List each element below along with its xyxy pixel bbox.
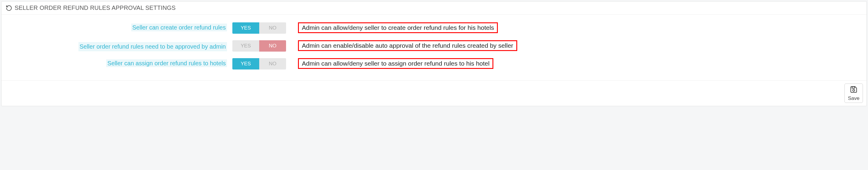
label-text: Seller can assign order refund rules to … [106,59,227,67]
panel-body: Seller can create order refund rules YES… [1,14,867,80]
toggle-no[interactable]: NO [259,22,286,34]
save-button-label: Save [848,96,860,101]
toggle-no[interactable]: NO [259,40,286,52]
toggle-yes[interactable]: YES [232,40,259,52]
setting-row-approval: Seller order refund rules need to be app… [6,40,862,52]
setting-label: Seller order refund rules need to be app… [6,40,232,51]
toggle-yes[interactable]: YES [232,22,259,34]
panel-footer: Save [1,80,867,106]
label-text: Seller order refund rules need to be app… [79,42,227,51]
help-text: Admin can allow/deny seller to create or… [298,22,498,33]
undo-icon [6,5,12,11]
toggle-approval[interactable]: YES NO [232,40,286,52]
help-text: Admin can enable/disable auto approval o… [298,40,517,51]
label-text: Seller can create order refund rules [131,24,227,31]
svg-rect-0 [852,87,855,88]
save-button[interactable]: Save [844,83,863,103]
save-icon [850,86,858,96]
setting-label: Seller can create order refund rules [6,22,232,31]
setting-row-assign-rules: Seller can assign order refund rules to … [6,58,862,69]
setting-label: Seller can assign order refund rules to … [6,58,232,67]
panel-title: SELLER ORDER REFUND RULES APPROVAL SETTI… [14,4,176,11]
toggle-no[interactable]: NO [259,58,286,69]
svg-point-1 [853,89,855,91]
toggle-assign-rules[interactable]: YES NO [232,58,286,69]
setting-row-create-rules: Seller can create order refund rules YES… [6,22,862,34]
help-text: Admin can allow/deny seller to assign or… [298,58,493,69]
toggle-yes[interactable]: YES [232,58,259,69]
panel-header: SELLER ORDER REFUND RULES APPROVAL SETTI… [1,1,867,14]
settings-panel: SELLER ORDER REFUND RULES APPROVAL SETTI… [1,1,867,106]
toggle-create-rules[interactable]: YES NO [232,22,286,34]
